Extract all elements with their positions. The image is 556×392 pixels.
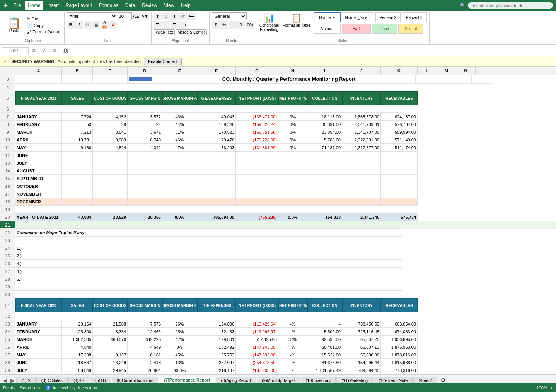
search-input[interactable] [468, 2, 553, 9]
menu-file[interactable]: File [10, 1, 24, 10]
sheet-tab-5[interactable]: (5)TB [90, 377, 111, 383]
sheet-tab-9[interactable]: (9)Monthly Target [257, 377, 300, 383]
cell-l5[interactable] [418, 91, 437, 105]
sheet-tab-sheet2[interactable]: Sheet2 [413, 377, 437, 383]
cell-c3[interactable] [93, 75, 128, 84]
cut-button[interactable]: ✂ Cut [26, 16, 62, 22]
col-header-k[interactable]: K [381, 67, 418, 75]
font-increase-button[interactable]: A▲ [133, 12, 140, 20]
check-icon[interactable]: ✓ [39, 48, 49, 54]
cell-l3[interactable] [452, 75, 472, 84]
copy-button[interactable]: 📄 Copy [26, 22, 62, 28]
col-header-c[interactable]: C [93, 67, 128, 75]
sheet-tab-7[interactable]: (7)Performance Report [159, 377, 215, 383]
font-size-input[interactable] [118, 12, 132, 20]
cell-reference-input[interactable] [2, 47, 29, 54]
cell-h5[interactable]: NET PROFIT % [278, 91, 307, 105]
cell-e5[interactable]: GROSS MARGIN % [162, 91, 197, 105]
col-header-m[interactable]: M [437, 67, 456, 75]
align-left-button[interactable]: ☰ [154, 21, 162, 29]
cell-k5[interactable]: RECEIVABLES [381, 91, 418, 105]
orientation-button[interactable]: ⟳ [179, 12, 187, 20]
sheet-tab-6[interactable]: (6)Current liabilities [112, 377, 159, 383]
cell-k3[interactable] [416, 75, 452, 84]
col-header-g[interactable]: G [236, 67, 278, 75]
menu-view[interactable]: View [161, 1, 177, 10]
col-header-l[interactable]: L [418, 67, 437, 75]
cell-c5[interactable]: COST OF GOODS [93, 91, 128, 105]
wrap-text-button[interactable]: Wrap Text [154, 29, 175, 35]
cell-i31[interactable]: COLLECTION [307, 298, 342, 312]
conditional-formatting-button[interactable]: 📊 Conditional Formatting [259, 12, 280, 32]
comma-button[interactable]: , [229, 21, 237, 29]
cell-d5[interactable]: GROSS MARGIN [128, 91, 162, 105]
style-neutral[interactable]: Neutral [398, 24, 423, 34]
formula-input[interactable] [72, 48, 554, 53]
cell-m5[interactable] [437, 91, 456, 105]
cell-c31[interactable]: COST OF GOODS [93, 298, 128, 312]
align-bottom-button[interactable]: ⬇ [171, 12, 179, 20]
sheet-tab-12[interactable]: (12)Credit Note [374, 377, 413, 383]
cell-a5[interactable]: FISCAL YEAR 2021 [15, 91, 62, 105]
align-right-button[interactable]: ☰ [171, 21, 179, 29]
cell-a31[interactable]: FISCAL YEAR 2020 [15, 298, 62, 312]
sheet-tab-4[interactable]: (4)BS [68, 377, 89, 383]
sheet-tab-8[interactable]: (8)Aging Report [216, 377, 256, 383]
col-header-h[interactable]: H [278, 67, 307, 75]
align-top-button[interactable]: ⬆ [154, 12, 162, 20]
currency-button[interactable]: $ [212, 21, 220, 29]
cell-f5[interactable]: G&A EXPENSES [197, 91, 236, 105]
tab-nav-next[interactable]: ▶ [9, 377, 16, 383]
increase-decimal-button[interactable]: .00↑ [246, 21, 254, 29]
style-normal-sale[interactable]: Normal_Sale... [342, 12, 374, 22]
zoom-out-button[interactable]: − [531, 385, 533, 390]
col-header-n[interactable]: N [456, 67, 476, 75]
cell-b5[interactable]: SALES [62, 91, 93, 105]
cell-e31[interactable]: GROSS MARGIN % [162, 298, 197, 312]
menu-home[interactable]: Home [25, 1, 43, 10]
cell-j5[interactable]: INVENTORY [342, 91, 381, 105]
menu-insert[interactable]: Insert [44, 1, 62, 10]
format-painter-button[interactable]: 🖌 Format Painter [26, 29, 62, 34]
col-header-e[interactable]: E [162, 67, 197, 75]
decrease-decimal-button[interactable]: .0↓ [237, 21, 245, 29]
font-decrease-button[interactable]: A▼ [141, 12, 149, 20]
paste-button[interactable]: 📋 Paste [4, 14, 24, 36]
sheet-tab-11[interactable]: (11)Marketing [336, 377, 373, 383]
cancel-icon[interactable]: ✕ [50, 48, 60, 54]
col-header-i[interactable]: I [307, 67, 342, 75]
cell-a3[interactable] [15, 75, 62, 84]
cell-i5[interactable]: COLLECTION [307, 91, 342, 105]
sheet-tab-1[interactable]: (1)IS [16, 377, 36, 383]
cell-b31[interactable]: SALES [62, 298, 93, 312]
font-color-button[interactable]: A [109, 21, 117, 29]
cell-g31[interactable]: NET PROFIT (LOSS) [236, 298, 278, 312]
style-percent2[interactable]: Percent 2 [375, 12, 401, 22]
merge-center-button[interactable]: Merge & Center [176, 29, 207, 35]
italic-button[interactable]: I [75, 21, 83, 29]
style-normal9[interactable]: Normal 9 [314, 12, 341, 22]
percent-button[interactable]: % [220, 21, 228, 29]
cell-a4[interactable] [15, 84, 402, 91]
bold-button[interactable]: B [67, 21, 75, 29]
cell-d3[interactable] [128, 75, 162, 84]
indent-button[interactable]: ⟶ [179, 21, 187, 29]
add-sheet-button[interactable]: ⊕ [438, 376, 449, 383]
function-icon[interactable]: fx [61, 48, 70, 54]
sheet-tab-10[interactable]: (10)Inventory [301, 377, 336, 383]
col-header-b[interactable]: B [62, 67, 93, 75]
style-bad[interactable]: Bad [342, 24, 371, 34]
align-center-button[interactable]: ≡ [162, 21, 170, 29]
align-middle-button[interactable]: ↕ [162, 12, 170, 20]
col-header-j[interactable]: J [342, 67, 381, 75]
underline-button[interactable]: U [84, 21, 92, 29]
cell-f31[interactable]: THE EXPENSES [197, 298, 236, 312]
menu-formulas[interactable]: Formulas [96, 1, 121, 10]
style-good[interactable]: Good [372, 24, 397, 34]
cell-d31[interactable]: GROSS MARGIN [128, 298, 162, 312]
cell-j31[interactable]: INVENTORY [342, 298, 381, 312]
zoom-in-button[interactable]: + [551, 385, 553, 390]
col-header-d[interactable]: D [128, 67, 162, 75]
indent-decrease-button[interactable]: ⟵ [188, 12, 196, 20]
style-percent3[interactable]: Percent 3 [402, 12, 427, 22]
